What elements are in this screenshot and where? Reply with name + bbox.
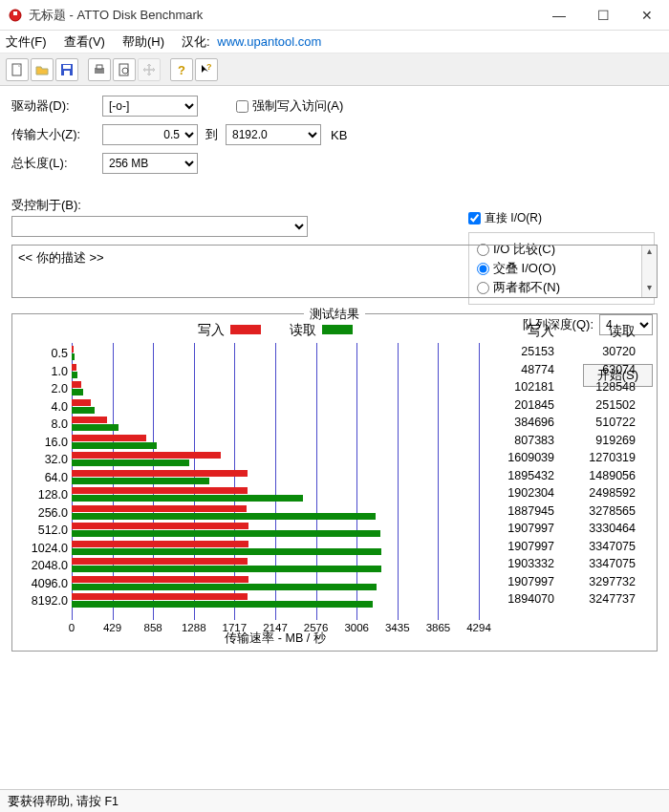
close-button[interactable]: ✕ [625,0,669,31]
read-bar [72,353,75,360]
y-tick: 2.0 [18,380,72,398]
y-tick: 16.0 [18,434,72,452]
whatsthis-button[interactable]: ? [195,58,218,81]
drive-select[interactable]: [-o-] [102,96,198,117]
open-button[interactable] [31,58,54,81]
write-value: 1887945 [479,502,560,521]
write-bar [72,487,248,494]
new-button[interactable] [6,58,29,81]
svg-rect-8 [119,64,128,75]
maximize-button[interactable]: ☐ [581,0,625,31]
transfer-size-label: 传输大小(Z): [11,126,102,143]
save-button[interactable] [55,58,78,81]
read-bar [72,478,209,484]
read-value: 3347075 [560,538,641,556]
force-write-checkbox[interactable] [236,100,248,113]
y-tick: 32.0 [18,451,72,469]
read-value: 128548 [560,378,641,396]
write-value: 1894070 [479,590,560,609]
print-button[interactable] [88,58,111,81]
gridline [316,343,317,620]
read-value: 1489056 [560,467,641,485]
col-read-header: 读取 [560,322,641,340]
y-tick: 8192.0 [18,592,72,610]
read-bar [72,584,377,590]
read-value: 2498592 [560,484,641,502]
read-value: 1270319 [560,449,641,467]
read-bar [72,566,381,572]
gridline [438,343,439,620]
size-unit: KB [331,128,347,142]
gridline [398,343,399,620]
status-text: 要获得帮助, 请按 F1 [8,795,119,808]
scroll-up-icon[interactable]: ▴ [642,246,657,261]
y-tick: 1.0 [18,363,72,381]
size-from-select[interactable]: 0.5 [102,124,198,145]
read-bar [72,513,376,520]
scroll-down-icon[interactable]: ▾ [642,282,657,297]
write-bar [72,417,107,423]
x-tick: 4294 [466,622,491,633]
write-bar [72,435,146,441]
y-tick: 0.5 [18,345,72,363]
length-select[interactable]: 256 MB [102,153,198,174]
settings-panel: 驱动器(D): [-o-] 强制写入访问(A) 传输大小(Z): 0.5 到 8… [0,86,669,302]
chart-y-labels: 0.51.02.04.08.016.032.064.0128.0256.0512… [18,343,72,645]
preview-button[interactable] [113,58,136,81]
write-value: 1903332 [479,555,560,573]
write-value: 1895432 [479,467,560,485]
read-value: 251502 [560,396,641,415]
write-bar [72,541,248,547]
move-button[interactable] [138,58,161,81]
read-values-column: 3072063074128548251502510722919269127031… [560,343,641,645]
force-write-label: 强制写入访问(A) [252,97,343,115]
read-value: 30720 [560,343,641,361]
cn-link[interactable]: www.upantool.com [217,34,321,49]
x-tick: 2147 [263,622,288,633]
size-to-select[interactable]: 8192.0 [226,124,321,145]
y-tick: 512.0 [18,522,72,540]
minimize-button[interactable]: — [537,0,581,31]
write-bar [72,399,91,406]
write-value: 384696 [479,414,560,432]
menu-help[interactable]: 帮助(H) [122,33,164,51]
y-tick: 1024.0 [18,540,72,558]
y-tick: 256.0 [18,504,72,523]
scrollbar[interactable]: ▴ ▾ [641,246,657,297]
read-value: 510722 [560,414,641,432]
results-group: 测试结果 写入 读取 写入 读取 0.51.02.04.08.016.032.0… [11,313,658,652]
results-title: 测试结果 [304,306,365,323]
read-value: 3330464 [560,520,641,538]
y-tick: 128.0 [18,486,72,504]
legend-write-swatch [230,325,261,334]
svg-text:?: ? [206,63,212,72]
menu-file[interactable]: 文件(F) [6,33,47,51]
y-tick: 8.0 [18,416,72,434]
direct-io-label: 直接 I/O(R) [485,211,542,224]
read-bar [72,601,373,608]
read-value: 3297732 [560,573,641,591]
read-bar [72,442,157,449]
svg-rect-4 [63,65,71,69]
svg-rect-7 [97,65,102,69]
svg-rect-5 [64,71,70,75]
menubar: 文件(F) 查看(V) 帮助(H) 汉化: www.upantool.com [0,31,669,53]
x-tick: 3435 [385,622,410,633]
description-placeholder: << 你的描述 >> [18,250,104,265]
controlled-by-select[interactable] [11,216,308,237]
menu-view[interactable]: 查看(V) [64,33,105,51]
svg-rect-1 [13,11,17,15]
direct-io-checkbox[interactable] [468,212,481,224]
x-tick: 858 [144,622,162,633]
svg-text:?: ? [178,63,185,76]
description-box[interactable]: << 你的描述 >> ▴ ▾ [11,245,658,298]
help-button[interactable]: ? [170,58,193,81]
read-value: 63074 [560,361,641,379]
y-tick: 64.0 [18,469,72,487]
total-length-label: 总长度(L): [11,155,102,172]
y-tick: 4.0 [18,398,72,417]
chart-x-axis: 传输速率 - MB / 秒 04298581288171721472576300… [72,620,479,645]
y-tick: 2048.0 [18,557,72,575]
write-value: 1907997 [479,520,560,538]
write-value: 807383 [479,432,560,450]
